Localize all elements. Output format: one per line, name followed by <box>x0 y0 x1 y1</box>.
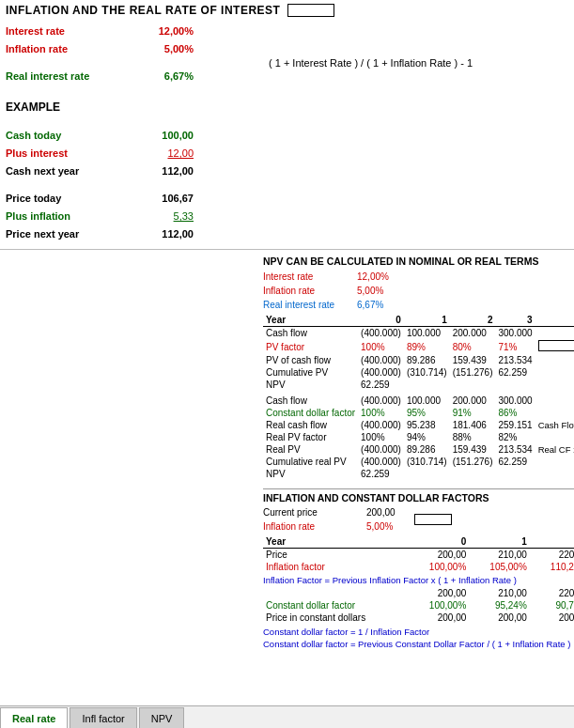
price2-2: 220,50 <box>530 587 574 599</box>
table-row: 200,00 210,00 220,50 231,53 <box>263 587 574 599</box>
npv-val: 62.259 <box>358 379 404 391</box>
col-note <box>535 314 574 327</box>
table-row: NPV 62.259 <box>263 468 574 480</box>
price-today-value: 106,67 <box>128 193 203 204</box>
cumreal-pv-label: Cumulative real PV <box>263 456 358 468</box>
crpv-2: (151.276) <box>450 456 496 468</box>
real-interest-rate-value: 6,67% <box>128 70 203 82</box>
plus-inflation-value: 5,33 <box>128 210 203 222</box>
plus-inflation-label: Plus inflation <box>6 210 128 222</box>
inflation-rate-row: Inflation rate 5,00% <box>6 40 259 57</box>
real-interest-rate-label: Real interest rate <box>6 70 128 82</box>
pvcf-1: 89.286 <box>404 354 450 366</box>
table-row: Cash flow (400.000) 100.000 200.000 300.… <box>263 327 574 340</box>
cumpv-3: 62.259 <box>496 366 535 379</box>
cdf2-1: 95,24% <box>469 599 530 612</box>
real-cashflow-label: Real cash flow <box>263 419 358 431</box>
table-row: Cash flow (400.000) 100.000 200.000 300.… <box>263 395 574 407</box>
rcf2-1: 95.238 <box>404 419 450 431</box>
pvcashflow-label: PV of cash flow <box>263 354 358 366</box>
interest-rate-row: Interest rate 12,00% <box>6 23 259 39</box>
pvcf-note <box>535 354 574 366</box>
real-npv-val: 62.259 <box>358 468 404 480</box>
crpv-0: (400.000) <box>358 456 404 468</box>
table-row: Cumulative PV (400.000) (310.714) (151.2… <box>263 366 574 379</box>
npv-interest-value: 12,00% <box>357 271 389 282</box>
rcf-2: 200.000 <box>450 395 496 407</box>
table-row: Real PV factor 100% 94% 88% 82% <box>263 431 574 443</box>
icd-title: INFLATION AND CONSTANT DOLLAR FACTORS <box>263 492 574 503</box>
const-dollar-factor-label: Constant dollar factor <box>263 599 409 612</box>
pcd-0: 200,00 <box>409 612 470 624</box>
current-price-label: Current price <box>263 507 366 518</box>
rpv-1: 89.286 <box>404 443 450 456</box>
tab-npv-label: NPV <box>151 713 173 724</box>
real-npv-label: NPV <box>263 468 358 480</box>
tab-infl-factor[interactable]: Infl factor <box>70 707 136 728</box>
tabs-bar: Real rate Infl factor NPV <box>0 705 574 728</box>
cdf-note <box>535 407 574 419</box>
rcf-0: (400.000) <box>358 395 404 407</box>
table-row: NPV 62.259 <box>263 379 574 391</box>
icd-inflation-value: 5,00% <box>366 521 393 532</box>
pvfactor-label: PV factor <box>263 339 358 354</box>
icd-col-2: 2 <box>530 535 574 549</box>
crpv-1: (310.714) <box>404 456 450 468</box>
cf-1: 100.000 <box>404 327 450 340</box>
rcf2-note: Cash Flow x Const $ Factor <box>535 419 574 431</box>
npv-label: NPV <box>263 379 358 391</box>
tab-infl-factor-label: Infl factor <box>82 713 124 724</box>
rpvf-1: 94% <box>404 431 450 443</box>
table-row: Price in constant dollars 200,00 200,00 … <box>263 612 574 624</box>
pv-1: 89% <box>404 339 450 354</box>
title-box <box>287 4 334 17</box>
npv-3 <box>496 379 535 391</box>
cumpv-note <box>535 366 574 379</box>
col-3: 3 <box>496 314 535 327</box>
plus-interest-value: 12,00 <box>128 147 203 159</box>
cdf-3: 86% <box>496 407 535 419</box>
formula3: Constant dollar factor = Previous Consta… <box>263 639 574 649</box>
table-row: PV of cash flow (400.000) 89.286 159.439… <box>263 354 574 366</box>
cf-note <box>535 327 574 340</box>
price-label: Price <box>263 549 409 562</box>
rcf2-0: (400.000) <box>358 419 404 431</box>
tab-npv[interactable]: NPV <box>139 707 185 728</box>
npv-title: NPV CAN BE CALCULATED IN NOMINAL OR REAL… <box>263 256 574 267</box>
npv-real-value: 6,67% <box>357 300 383 310</box>
npv-real-label: Real interest rate <box>263 300 357 310</box>
cf-2: 200.000 <box>450 327 496 340</box>
rcashflow-label: Cash flow <box>263 395 358 407</box>
price-0: 200,00 <box>409 549 470 562</box>
formula2: Constant dollar factor = 1 / Inflation F… <box>263 627 574 637</box>
price-today-label: Price today <box>6 193 128 204</box>
rpvf-2: 88% <box>450 431 496 443</box>
tab-real-rate[interactable]: Real rate <box>0 707 68 728</box>
npv-inflation-label: Inflation rate <box>263 286 357 296</box>
cf-0: (400.000) <box>358 327 404 340</box>
pvcf-3: 213.534 <box>496 354 535 366</box>
real-npv-empty <box>404 468 535 480</box>
col-0: 0 <box>358 314 404 327</box>
price-const-label: Price in constant dollars <box>263 612 409 624</box>
icd-year-header: Year <box>263 535 409 549</box>
cash-next-year-value: 112,00 <box>128 165 203 177</box>
if-0: 100,00% <box>409 561 470 573</box>
current-price-value: 200,00 <box>366 507 396 518</box>
pvcf-0: (400.000) <box>358 354 404 366</box>
plus-interest-label: Plus interest <box>6 147 128 159</box>
cdf-0: 100% <box>358 407 404 419</box>
formula-text: ( 1 + Interest Rate ) / ( 1 + Inflation … <box>269 57 473 69</box>
cf-3: 300.000 <box>496 327 535 340</box>
title-row: INFLATION AND THE REAL RATE OF INTEREST <box>6 4 568 17</box>
rcf-1: 100.000 <box>404 395 450 407</box>
rpv-note: Real CF x Real PV Factor <box>535 443 574 456</box>
table-row: Price 200,00 210,00 220,50 231,53 <box>263 549 574 562</box>
npv-2 <box>450 379 496 391</box>
npv-interest-label: Interest rate <box>263 271 357 282</box>
icd-box <box>414 514 452 525</box>
table-row: PV factor 100% 89% 80% 71% <box>263 339 574 354</box>
cashflow-label: Cash flow <box>263 327 358 340</box>
rcf2-3: 259.151 <box>496 419 535 431</box>
cash-today-value: 100,00 <box>128 130 203 141</box>
